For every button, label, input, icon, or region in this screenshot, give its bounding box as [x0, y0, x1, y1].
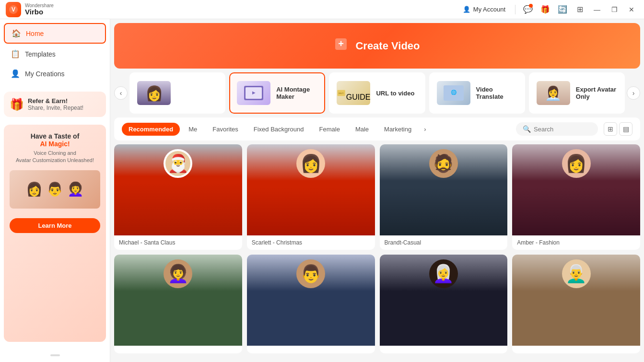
- filter-more-label: ›: [424, 126, 426, 133]
- grid-icon[interactable]: ⊞: [573, 3, 586, 16]
- avatar-card-michael-santa[interactable]: 🎅 Michael - Santa Claus: [114, 144, 242, 250]
- avatar-img-brandt-casual: 🧔: [380, 144, 508, 235]
- carousel-prev-button[interactable]: ‹: [114, 86, 128, 100]
- avatar-card-7[interactable]: 👩‍🦳: [380, 255, 508, 353]
- feature-card-video-translate[interactable]: 🌐 VideoTranslate: [429, 72, 525, 114]
- avatar-name-5: [114, 346, 242, 353]
- avatar-name-michael-santa: Michael - Santa Claus: [114, 235, 242, 250]
- avatar-name-7: [380, 346, 508, 353]
- avatar-img-scarlett-christmas: 👩: [247, 144, 375, 235]
- main-layout: 🏠 Home 📋 Templates 👤 My Creations 🎁 Refe…: [0, 19, 644, 362]
- feature-card-ai-montage-thumb: ▶: [237, 81, 270, 105]
- learn-more-button[interactable]: Learn More: [10, 218, 100, 233]
- svg-text:V: V: [12, 6, 15, 13]
- create-video-icon: +: [334, 36, 350, 55]
- my-account-button[interactable]: 👤 My Account: [459, 4, 509, 15]
- main-content: + Create Video ‹ 👩: [110, 19, 644, 362]
- gift-icon[interactable]: 🎁: [539, 3, 552, 16]
- title-bar: V Wondershare Virbo 👤 My Account 💬 🎁 🔄 ⊞…: [0, 0, 644, 19]
- promo-icon: 🎁: [10, 98, 24, 111]
- feature-card-video-translate-thumb: 🌐: [437, 81, 470, 105]
- sidebar-item-my-creations-label: My Creations: [25, 70, 64, 78]
- maximize-button[interactable]: ❐: [608, 3, 621, 16]
- ai-card-avatars: 👩 👨 👩‍🦱: [10, 168, 100, 210]
- filter-tab-fixed-background[interactable]: Fixed Background: [247, 123, 311, 136]
- sidebar-item-templates-label: Templates: [25, 50, 56, 58]
- avatar-card-8[interactable]: 👨‍🦳: [512, 255, 640, 353]
- feature-card-video-translate-info: VideoTranslate: [476, 86, 503, 100]
- minimize-button[interactable]: —: [590, 3, 604, 16]
- sidebar-item-home-label: Home: [26, 30, 44, 37]
- avatar-img-6: 👨: [247, 255, 375, 346]
- view-grid-button[interactable]: ▤: [619, 122, 632, 136]
- feature-card-export-avatar-info: Export AvatarOnly: [576, 86, 616, 100]
- feature-card-ai-montage-info: AI MontageMaker: [276, 86, 310, 100]
- avatar-card-brandt-casual[interactable]: 🧔 Brandt-Casual: [380, 144, 508, 250]
- account-icon: 👤: [463, 6, 470, 13]
- ai-magic-card: Have a Taste of AI Magic! Voice Cloning …: [4, 125, 106, 342]
- app-name: Wondershare Virbo: [25, 3, 54, 16]
- feature-card-url-to-video[interactable]: BEAUTYGUIDE URL to video: [329, 72, 425, 114]
- view-list-button[interactable]: ⊞: [604, 122, 617, 136]
- ai-card-title: Have a Taste of AI Magic!: [10, 132, 100, 148]
- refer-earn-promo[interactable]: 🎁 Refer & Earn! Share, Invite, Repeat!: [4, 92, 106, 117]
- feature-card-ai-montage[interactable]: ▶ AI MontageMaker: [229, 72, 325, 114]
- avatar-card-amber-fashion[interactable]: 👩 Amber - Fashion: [512, 144, 640, 250]
- close-button[interactable]: ✕: [625, 3, 638, 16]
- feature-card-export-avatar-thumb: 👩‍💼: [537, 81, 570, 105]
- sidebar-item-my-creations[interactable]: 👤 My Creations: [4, 64, 106, 83]
- search-input[interactable]: [534, 126, 591, 133]
- avatar-img-5: 👩‍🦱: [114, 255, 242, 346]
- promo-title: Refer & Earn!: [28, 97, 83, 105]
- feature-card-url-to-video-info: URL to video: [376, 90, 414, 97]
- notification-dot: [529, 4, 533, 8]
- sidebar-item-home[interactable]: 🏠 Home: [4, 23, 106, 44]
- avatar-name-8: [512, 346, 640, 353]
- app-branding: V Wondershare Virbo: [6, 2, 54, 17]
- sidebar-nav: 🏠 Home 📋 Templates 👤 My Creations: [0, 19, 110, 88]
- notification-icon[interactable]: 💬: [521, 3, 535, 16]
- filter-tab-female[interactable]: Female: [313, 123, 347, 136]
- search-box[interactable]: 🔍: [516, 122, 598, 136]
- avatar-name-6: [247, 346, 375, 353]
- feature-card-1[interactable]: 👩: [129, 72, 225, 114]
- my-account-label: My Account: [473, 6, 505, 13]
- feature-card-export-avatar-title: Export AvatarOnly: [576, 86, 616, 100]
- filter-tab-favorites[interactable]: Favorites: [206, 123, 245, 136]
- feature-card-export-avatar[interactable]: 👩‍💼 Export AvatarOnly: [529, 72, 625, 114]
- filter-tab-me[interactable]: Me: [182, 123, 204, 136]
- feature-card-url-to-video-title: URL to video: [376, 90, 414, 97]
- feature-carousel: ‹ 👩 ▶: [114, 72, 640, 114]
- filter-tab-recommended[interactable]: Recommended: [122, 123, 180, 136]
- avatar-img-7: 👩‍🦳: [380, 255, 508, 346]
- feature-card-video-translate-title: VideoTranslate: [476, 86, 503, 100]
- my-creations-icon: 👤: [11, 69, 20, 78]
- avatar-name-brandt-casual: Brandt-Casual: [380, 235, 508, 250]
- avatar-img-amber-fashion: 👩: [512, 144, 640, 235]
- ai-card-sub: Voice Cloning andAvatar Customization Un…: [10, 150, 100, 164]
- filter-more-button[interactable]: ›: [420, 123, 430, 136]
- feature-card-ai-montage-title: AI MontageMaker: [276, 86, 310, 100]
- avatar-grid: 🎅 Michael - Santa Claus 👩 Scarlett - Chr…: [114, 144, 640, 353]
- filter-section: Recommended Me Favorites Fixed Backgroun…: [114, 117, 640, 140]
- home-icon: 🏠: [12, 29, 21, 38]
- filter-tab-male[interactable]: Male: [349, 123, 375, 136]
- search-icon: 🔍: [523, 125, 531, 133]
- create-video-banner[interactable]: + Create Video: [114, 23, 640, 69]
- sidebar: 🏠 Home 📋 Templates 👤 My Creations 🎁 Refe…: [0, 19, 110, 362]
- create-video-label: Create Video: [355, 40, 420, 52]
- avatar-card-5[interactable]: 👩‍🦱: [114, 255, 242, 353]
- avatar-card-6[interactable]: 👨: [247, 255, 375, 353]
- app-logo: V: [6, 2, 21, 17]
- avatar-card-scarlett-christmas[interactable]: 👩 Scarlett - Christmas: [247, 144, 375, 250]
- view-icons: ⊞ ▤: [604, 122, 632, 136]
- svg-text:+: +: [339, 38, 344, 49]
- promo-sub: Share, Invite, Repeat!: [28, 105, 83, 111]
- ai-card-highlight: AI Magic!: [40, 140, 70, 148]
- history-icon[interactable]: 🔄: [556, 3, 569, 16]
- promo-text: Refer & Earn! Share, Invite, Repeat!: [28, 97, 83, 111]
- carousel-next-button[interactable]: ›: [627, 86, 640, 100]
- sidebar-item-templates[interactable]: 📋 Templates: [4, 45, 106, 63]
- avatar-img-michael-santa: 🎅: [114, 144, 242, 235]
- filter-tab-marketing[interactable]: Marketing: [377, 123, 418, 136]
